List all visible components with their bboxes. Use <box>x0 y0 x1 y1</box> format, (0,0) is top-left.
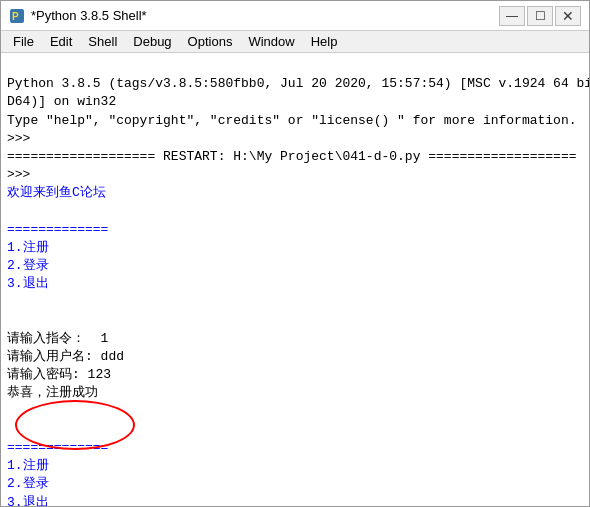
welcome-section: 欢迎来到鱼C论坛 ============= 1.注册 2.登录 3.退出 <box>7 185 108 291</box>
menu-window[interactable]: Window <box>240 32 302 51</box>
title-bar: P *Python 3.8.5 Shell* — ☐ ✕ <box>1 1 589 31</box>
main-window: P *Python 3.8.5 Shell* — ☐ ✕ File Edit S… <box>0 0 590 507</box>
maximize-button[interactable]: ☐ <box>527 6 553 26</box>
menu-edit[interactable]: Edit <box>42 32 80 51</box>
console-output: Python 3.8.5 (tags/v3.8.5:580fbb0, Jul 2… <box>7 57 583 506</box>
menu-bar: File Edit Shell Debug Options Window Hel… <box>1 31 589 53</box>
svg-text:P: P <box>12 11 19 22</box>
window-controls: — ☐ ✕ <box>499 6 581 26</box>
console-content[interactable]: Python 3.8.5 (tags/v3.8.5:580fbb0, Jul 2… <box>1 53 589 506</box>
menu-options[interactable]: Options <box>180 32 241 51</box>
menu-section-2: ============= 1.注册 2.登录 3.退出 <box>7 440 108 506</box>
input-section-1: 请输入指令： 1 请输入用户名: ddd 请输入密码: 123 恭喜，注册成功 <box>7 331 124 401</box>
menu-debug[interactable]: Debug <box>125 32 179 51</box>
close-button[interactable]: ✕ <box>555 6 581 26</box>
minimize-button[interactable]: — <box>499 6 525 26</box>
python-version-line: Python 3.8.5 (tags/v3.8.5:580fbb0, Jul 2… <box>7 76 589 182</box>
menu-shell[interactable]: Shell <box>80 32 125 51</box>
menu-help[interactable]: Help <box>303 32 346 51</box>
window-title: *Python 3.8.5 Shell* <box>31 8 499 23</box>
menu-file[interactable]: File <box>5 32 42 51</box>
window-icon: P <box>9 8 25 24</box>
